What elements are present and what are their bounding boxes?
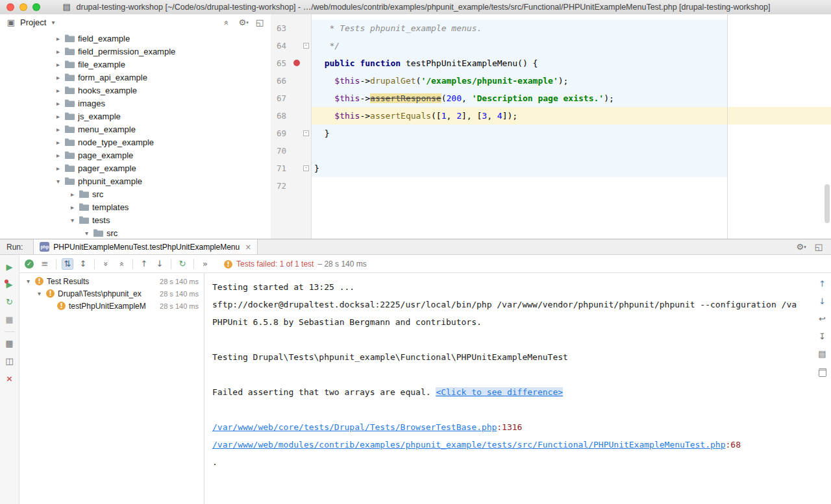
chevron-right-icon[interactable]: ▸ xyxy=(55,100,62,107)
project-tree-item-js_example[interactable]: ▸js_example xyxy=(0,110,271,123)
test-tree-item[interactable]: ▾!Test Results28 s 140 ms xyxy=(19,275,204,287)
hide-window-icon[interactable]: ◱ xyxy=(254,17,266,29)
chevron-right-icon[interactable]: ▸ xyxy=(55,61,62,68)
next-occurrence-icon[interactable]: ↓ xyxy=(154,258,166,270)
console-line-number[interactable]: :68 xyxy=(726,440,741,450)
chevron-right-icon[interactable]: ▸ xyxy=(69,204,76,211)
chevron-right-icon[interactable]: ▸ xyxy=(69,191,76,198)
sort-alphabetically-icon[interactable]: ↕ xyxy=(77,258,89,270)
chevron-down-icon[interactable]: ▾ xyxy=(36,290,43,297)
gutter-line-67[interactable]: 67 xyxy=(271,90,311,107)
code-line-68[interactable]: $this->assertEquals([1, 2], [3, 4]); xyxy=(312,107,831,125)
print-icon[interactable]: ▤ xyxy=(817,348,828,360)
more-options-icon[interactable]: » xyxy=(199,258,211,270)
run-tab[interactable]: php PHPUnitExampleMenuTest.testPhpUnitEx… xyxy=(33,239,258,254)
chevron-right-icon[interactable]: ▸ xyxy=(55,126,62,133)
gutter-line-64[interactable]: 64- xyxy=(271,37,311,54)
chevron-down-icon[interactable]: ▾ xyxy=(83,230,90,237)
code-line-70[interactable] xyxy=(312,142,831,160)
project-tree-item-pager_example[interactable]: ▸pager_example xyxy=(0,162,271,174)
project-tree-item-page_example[interactable]: ▸page_example xyxy=(0,149,271,162)
run-console[interactable]: Testing started at 13:25 ...sftp://docke… xyxy=(205,273,813,504)
pin-tab-icon[interactable]: ◫ xyxy=(4,355,16,367)
collapse-all-icon[interactable]: » xyxy=(116,258,127,270)
gutter-line-65[interactable]: 65 xyxy=(271,54,311,72)
zoom-window-button[interactable] xyxy=(32,3,40,11)
close-icon[interactable]: × xyxy=(4,373,16,385)
test-tree-item[interactable]: ▾!Drupal\Tests\phpunit_ex28 s 140 ms xyxy=(19,287,204,300)
console-file-link[interactable]: /var/www/web/core/tests/Drupal/Tests/Bro… xyxy=(212,422,497,432)
project-tree-item-field_permission_example[interactable]: ▸field_permission_example xyxy=(0,45,271,58)
stop-icon[interactable]: ■ xyxy=(4,314,16,326)
gutter-line-70[interactable]: 70 xyxy=(271,142,311,160)
fold-marker-icon[interactable]: - xyxy=(303,43,309,49)
editor-scrollbar[interactable] xyxy=(825,184,830,223)
soft-wrap-icon[interactable]: ↩ xyxy=(817,313,828,325)
toggle-auto-test-icon[interactable]: ↻ xyxy=(4,296,16,308)
minimize-window-button[interactable] xyxy=(19,3,27,11)
scroll-end-icon[interactable]: ↧ xyxy=(817,331,828,342)
down-stack-icon[interactable]: ↓ xyxy=(817,296,828,307)
collapse-all-icon[interactable]: » xyxy=(220,17,232,29)
hide-window-icon[interactable]: ◱ xyxy=(813,241,825,253)
project-tree-item-tests[interactable]: ▾tests xyxy=(0,213,271,226)
chevron-down-icon[interactable]: ▾ xyxy=(55,178,62,185)
project-tree-item-src[interactable]: ▾src xyxy=(0,226,271,239)
fold-marker-icon[interactable]: - xyxy=(303,130,309,136)
chevron-down-icon[interactable]: ▾ xyxy=(49,19,56,26)
code-line-72[interactable] xyxy=(312,177,831,195)
chevron-right-icon[interactable]: ▸ xyxy=(55,74,62,81)
project-tree-item-images[interactable]: ▸images xyxy=(0,97,271,110)
settings-gear-icon[interactable]: ⚙▾ xyxy=(237,17,249,29)
chevron-right-icon[interactable]: ▸ xyxy=(55,87,62,94)
rerun-tests-icon[interactable]: ▶ xyxy=(4,261,16,273)
code-line-64[interactable]: */ xyxy=(312,37,831,54)
gutter-line-63[interactable]: 63 xyxy=(271,19,311,37)
project-tree-item-field_example[interactable]: ▸field_example xyxy=(0,32,271,45)
console-file-link[interactable]: /var/www/web/modules/contrib/examples/ph… xyxy=(212,440,726,450)
console-line-number[interactable]: :1316 xyxy=(497,422,522,432)
chevron-right-icon[interactable]: ▸ xyxy=(55,165,62,172)
import-results-icon[interactable]: ↻ xyxy=(177,258,188,270)
project-tree-item-templates[interactable]: ▸templates xyxy=(0,200,271,213)
diff-link[interactable]: <Click to see difference> xyxy=(436,387,563,397)
project-tree-item-form_api_example[interactable]: ▸form_api_example xyxy=(0,71,271,84)
chevron-right-icon[interactable]: ▸ xyxy=(55,139,62,146)
gutter-line-69[interactable]: 69- xyxy=(271,125,311,142)
code-line-66[interactable]: $this->drupalGet('/examples/phpunit-exam… xyxy=(312,72,831,90)
fold-marker-icon[interactable]: - xyxy=(303,165,309,171)
restore-layout-icon[interactable]: ▦ xyxy=(4,338,16,350)
gutter-line-66[interactable]: 66 xyxy=(271,72,311,90)
clear-all-icon[interactable] xyxy=(817,366,828,378)
show-passed-icon[interactable]: ✓ xyxy=(23,258,35,270)
code-line-63[interactable]: * Tests phpunit_example menus. xyxy=(312,19,831,37)
project-tree-item-file_example[interactable]: ▸file_example xyxy=(0,58,271,71)
chevron-right-icon[interactable]: ▸ xyxy=(55,113,62,120)
test-failed-gutter-icon[interactable] xyxy=(293,60,300,66)
chevron-right-icon[interactable]: ▸ xyxy=(55,152,62,159)
up-stack-icon[interactable]: ↑ xyxy=(817,278,828,290)
code-line-65[interactable]: public function testPhpUnitExampleMenu()… xyxy=(312,54,831,72)
gutter-line-71[interactable]: 71- xyxy=(271,160,311,177)
previous-occurrence-icon[interactable]: ↑ xyxy=(138,258,150,270)
sort-by-duration-icon[interactable]: ⇅ xyxy=(62,258,73,270)
close-window-button[interactable] xyxy=(6,3,14,11)
gutter-line-72[interactable]: 72 xyxy=(271,177,311,195)
close-tab-icon[interactable]: × xyxy=(245,243,251,252)
project-tree-item-menu_example[interactable]: ▸menu_example xyxy=(0,123,271,136)
editor[interactable]: 6364-6566676869-7071-72 * Tests phpunit_… xyxy=(271,14,831,239)
code-line-71[interactable]: } xyxy=(312,160,831,177)
gutter-line-68[interactable]: 68 xyxy=(271,107,311,125)
chevron-down-icon[interactable]: ▾ xyxy=(25,278,32,285)
chevron-right-icon[interactable]: ▸ xyxy=(55,48,62,55)
project-tree-item-src[interactable]: ▸src xyxy=(0,187,271,200)
code-line-69[interactable]: } xyxy=(312,125,831,142)
project-tree-item-node_type_example[interactable]: ▸node_type_example xyxy=(0,136,271,149)
rerun-failed-tests-icon[interactable]: ▶ xyxy=(4,279,16,291)
expand-all-icon[interactable]: » xyxy=(100,258,112,270)
code-line-67[interactable]: $this->assertResponse(200, 'Description … xyxy=(312,90,831,107)
project-tree-item-phpunit_example[interactable]: ▾phpunit_example xyxy=(0,174,271,187)
show-ignored-icon[interactable]: ≡ xyxy=(39,258,51,270)
chevron-right-icon[interactable]: ▸ xyxy=(55,35,62,42)
test-tree-item[interactable]: !testPhpUnitExampleM28 s 140 ms xyxy=(19,300,204,312)
